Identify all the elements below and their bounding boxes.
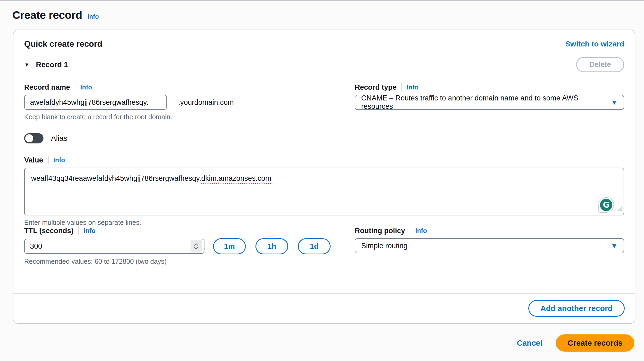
value-label: Value (24, 156, 43, 164)
record-type-label: Record type (355, 83, 397, 92)
record-title: Record 1 (36, 60, 68, 69)
record-name-suffix: .yourdomain.com (178, 98, 234, 107)
cancel-button[interactable]: Cancel (517, 339, 542, 348)
alias-toggle[interactable] (24, 133, 43, 143)
record-name-label: Record name (24, 83, 70, 92)
ttl-stepper[interactable] (191, 240, 202, 252)
ttl-quick-buttons: 1m 1h 1d (213, 238, 331, 254)
ttl-input-wrap (24, 239, 204, 254)
record-name-field: Record name Info .yourdomain.com Keep bl… (24, 83, 331, 121)
value-text-flagged: dkim.amazonses.com (201, 174, 271, 182)
delete-button[interactable]: Delete (576, 57, 624, 72)
page-title: Create record (12, 9, 82, 21)
card-title: Quick create record (24, 39, 102, 49)
ttl-1d-button[interactable]: 1d (298, 238, 331, 254)
label-divider (75, 83, 75, 92)
ttl-1h-button[interactable]: 1h (255, 238, 288, 254)
value-info-link[interactable]: Info (53, 156, 65, 164)
caret-down-icon: ▼ (24, 62, 30, 67)
ttl-label: TTL (seconds) (24, 227, 74, 235)
value-help: Enter multiple values on separate lines. (24, 219, 624, 226)
alias-label: Alias (51, 134, 67, 143)
ttl-1m-button[interactable]: 1m (213, 238, 246, 254)
grammarly-g-icon: G (600, 199, 612, 211)
label-divider (401, 83, 402, 92)
grammarly-icon[interactable]: G (598, 197, 614, 213)
top-border (0, 0, 644, 1)
ttl-help: Recommended values: 60 to 172800 (two da… (24, 258, 331, 265)
record-form: Record name Info .yourdomain.com Keep bl… (24, 83, 624, 265)
record-header: ▼ Record 1 Delete (24, 57, 624, 72)
record-type-select[interactable]: CNAME – Routes traffic to another domain… (355, 95, 624, 110)
alias-field: Alias (24, 133, 624, 143)
value-textarea[interactable]: weaff43qq34reaawefafdyh45whgjj786rsergwa… (24, 168, 624, 215)
value-field: Value Info weaff43qq34reaawefafdyh45whgj… (24, 156, 624, 226)
routing-policy-info-link[interactable]: Info (415, 227, 427, 234)
record-type-field: Record type Info CNAME – Routes traffic … (355, 83, 624, 121)
routing-policy-field: Routing policy Info Simple routing ▼ (355, 226, 624, 265)
record-type-selected-value: CNAME – Routes traffic to another domain… (361, 94, 611, 111)
toggle-knob (25, 134, 33, 142)
page-title-info-link[interactable]: Info (87, 13, 99, 20)
routing-policy-select[interactable]: Simple routing ▼ (355, 238, 624, 253)
record-name-input[interactable] (24, 95, 167, 110)
ttl-input[interactable] (24, 239, 204, 254)
page-header: Create record Info (12, 9, 644, 21)
create-records-button[interactable]: Create records (556, 334, 634, 352)
record-name-info-link[interactable]: Info (80, 84, 92, 91)
switch-to-wizard-link[interactable]: Switch to wizard (565, 40, 624, 48)
chevron-down-icon (193, 247, 199, 250)
record-name-help: Keep blank to create a record for the ro… (24, 113, 331, 121)
resize-handle-icon[interactable] (616, 204, 623, 214)
card-header: Quick create record Switch to wizard (24, 30, 624, 49)
page-actions: Cancel Create records (0, 334, 634, 352)
record-type-info-link[interactable]: Info (407, 84, 419, 91)
routing-policy-label: Routing policy (355, 227, 405, 235)
ttl-info-link[interactable]: Info (84, 227, 96, 234)
routing-policy-selected-value: Simple routing (361, 242, 408, 250)
chevron-up-icon (193, 243, 199, 246)
label-divider (48, 156, 49, 164)
caret-down-icon: ▼ (611, 242, 618, 249)
caret-down-icon: ▼ (611, 99, 618, 106)
add-another-record-button[interactable]: Add another record (528, 300, 625, 317)
value-text: weaff43qq34reaawefafdyh45whgjj786rsergwa… (31, 174, 201, 182)
ttl-field: TTL (seconds) Info (24, 226, 331, 265)
quick-create-card: Quick create record Switch to wizard ▼ R… (13, 30, 635, 324)
label-divider (78, 226, 79, 235)
card-footer: Add another record (13, 293, 635, 323)
record-collapse-toggle[interactable]: ▼ Record 1 (24, 60, 68, 69)
label-divider (410, 226, 410, 235)
